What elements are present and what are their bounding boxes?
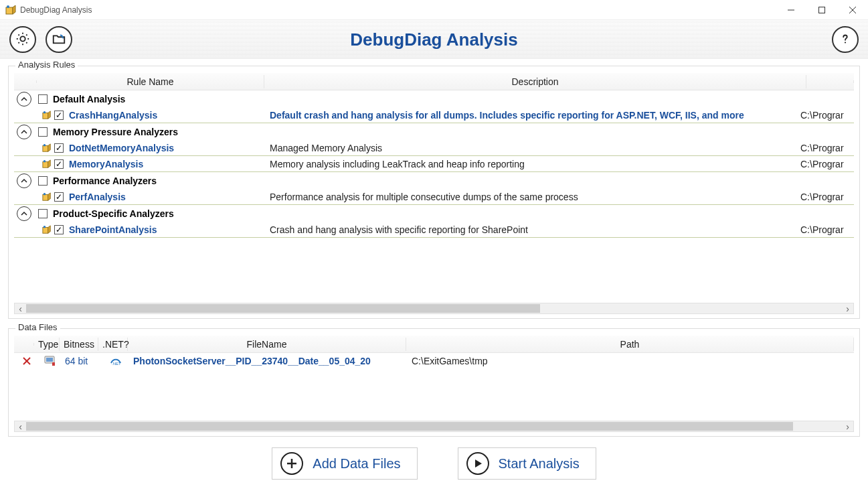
group-checkbox[interactable] (38, 127, 48, 137)
collapse-icon[interactable] (17, 92, 31, 106)
rule-group-row[interactable]: Product-Specific Analyzers (14, 205, 854, 222)
rule-file-icon (41, 159, 53, 169)
rule-item-row[interactable]: SharePointAnalysisCrash and hang analysi… (14, 222, 854, 238)
rule-file-icon (41, 192, 53, 202)
rule-item-row[interactable]: MemoryAnalysisMemory analysis including … (14, 156, 854, 172)
data-horizontal-scrollbar[interactable]: ‹ › (14, 421, 854, 432)
svg-point-8 (44, 111, 46, 113)
scrollbar-thumb[interactable] (26, 422, 793, 431)
svg-point-14 (44, 192, 46, 195)
minimize-button[interactable] (776, 0, 806, 20)
close-button[interactable] (837, 0, 868, 20)
col-rule-name[interactable]: Rule Name (37, 75, 264, 88)
rule-path: C:\Prograr (800, 224, 851, 235)
rule-file-icon (41, 111, 53, 120)
data-files-label: Data Files (15, 322, 60, 332)
rule-path: C:\Prograr (800, 159, 851, 169)
delete-file-icon[interactable] (17, 357, 37, 365)
rule-checkbox[interactable] (54, 159, 64, 169)
bitness-value: 64 bit (62, 356, 101, 366)
col-bitness[interactable]: Bitness (60, 338, 98, 351)
col-filename[interactable]: FileName (128, 338, 406, 351)
svg-rect-0 (6, 7, 13, 14)
svg-rect-9 (43, 145, 48, 151)
dotnet-icon: .NET (101, 356, 131, 366)
rule-group-row[interactable]: Default Analysis (14, 90, 854, 107)
svg-rect-7 (43, 113, 48, 119)
rule-checkbox[interactable] (54, 225, 64, 234)
rule-group-row[interactable]: Memory Pressure Analyzers (14, 123, 854, 140)
analysis-rules-label: Analysis Rules (15, 60, 78, 70)
rule-file-icon (41, 225, 53, 234)
rule-checkbox[interactable] (54, 111, 64, 120)
scroll-right-icon[interactable]: › (842, 303, 853, 313)
plus-icon (280, 452, 303, 475)
scroll-left-icon[interactable]: ‹ (15, 421, 26, 431)
svg-rect-3 (819, 7, 825, 13)
play-icon (466, 452, 489, 475)
app-icon (5, 5, 16, 15)
rule-item-row[interactable]: PerfAnalysisPerformance analysis for mul… (14, 189, 854, 205)
rule-checkbox[interactable] (54, 143, 64, 153)
rule-path: C:\Prograr (800, 110, 851, 121)
rule-group-row[interactable]: Performance Analyzers (14, 172, 854, 189)
rule-group-name: Performance Analyzers (53, 175, 157, 186)
path-value: C:\ExitGames\tmp (409, 356, 851, 366)
data-files-group: Data Files Type Bitness .NET? FileName P… (8, 328, 860, 437)
add-data-files-button[interactable]: Add Data Files (272, 447, 417, 480)
rule-name: CrashHangAnalysis (69, 110, 270, 121)
group-checkbox[interactable] (38, 176, 48, 186)
scroll-left-icon[interactable]: ‹ (15, 303, 26, 313)
svg-rect-20 (46, 358, 53, 362)
collapse-icon[interactable] (17, 206, 31, 221)
rule-name: SharePointAnalysis (69, 224, 270, 235)
window-title: DebugDiag Analysis (20, 5, 92, 15)
rule-path: C:\Prograr (800, 192, 851, 202)
scrollbar-thumb[interactable] (26, 304, 540, 313)
rule-path: C:\Prograr (800, 143, 851, 153)
scroll-right-icon[interactable]: › (842, 421, 853, 431)
header-band: DebugDiag Analysis (0, 20, 868, 59)
col-net[interactable]: .NET? (98, 338, 128, 351)
rules-horizontal-scrollbar[interactable]: ‹ › (14, 303, 854, 314)
rule-name: MemoryAnalysis (69, 159, 270, 169)
page-title: DebugDiag Analysis (0, 29, 868, 50)
svg-marker-25 (475, 459, 482, 468)
group-checkbox[interactable] (38, 209, 48, 218)
col-type[interactable]: Type (34, 338, 60, 351)
rule-group-name: Product-Specific Analyzers (53, 208, 174, 219)
rule-item-row[interactable]: CrashHangAnalysisDefault crash and hang … (14, 107, 854, 123)
data-header-row: Type Bitness .NET? FileName Path (14, 336, 854, 353)
filename-value: PhotonSocketServer__PID__23740__Date__05… (131, 356, 409, 366)
rule-name: PerfAnalysis (69, 192, 270, 202)
rule-description: Performance analysis for multiple consec… (270, 192, 800, 202)
dump-type-icon (37, 356, 62, 366)
svg-rect-11 (43, 161, 48, 167)
start-analysis-label: Start Analysis (499, 456, 580, 472)
rule-item-row[interactable]: DotNetMemoryAnalysisManaged Memory Analy… (14, 140, 854, 156)
collapse-icon[interactable] (17, 173, 31, 188)
window-titlebar: DebugDiag Analysis (0, 0, 868, 20)
svg-point-1 (7, 5, 9, 8)
rule-checkbox[interactable] (54, 192, 64, 202)
action-bar: Add Data Files Start Analysis (0, 439, 868, 486)
rule-group-name: Default Analysis (53, 94, 125, 104)
col-rule-description[interactable]: Description (264, 75, 806, 88)
rule-name: DotNetMemoryAnalysis (69, 143, 270, 153)
start-analysis-button[interactable]: Start Analysis (458, 447, 596, 480)
add-data-files-label: Add Data Files (313, 456, 400, 472)
rule-group-name: Memory Pressure Analyzers (53, 127, 178, 137)
collapse-icon[interactable] (17, 125, 31, 139)
rule-file-icon (41, 143, 53, 153)
col-path[interactable]: Path (406, 338, 854, 351)
svg-text:.NET: .NET (112, 362, 121, 366)
svg-point-16 (44, 225, 46, 228)
group-checkbox[interactable] (38, 94, 48, 104)
rule-description: Managed Memory Analysis (270, 143, 800, 153)
svg-point-12 (44, 159, 46, 162)
maximize-button[interactable] (806, 0, 837, 20)
rule-description: Default crash and hang analysis for all … (270, 110, 800, 121)
data-file-row[interactable]: 64 bit.NETPhotonSocketServer__PID__23740… (14, 353, 854, 369)
svg-rect-21 (52, 362, 55, 366)
svg-rect-15 (43, 227, 48, 233)
